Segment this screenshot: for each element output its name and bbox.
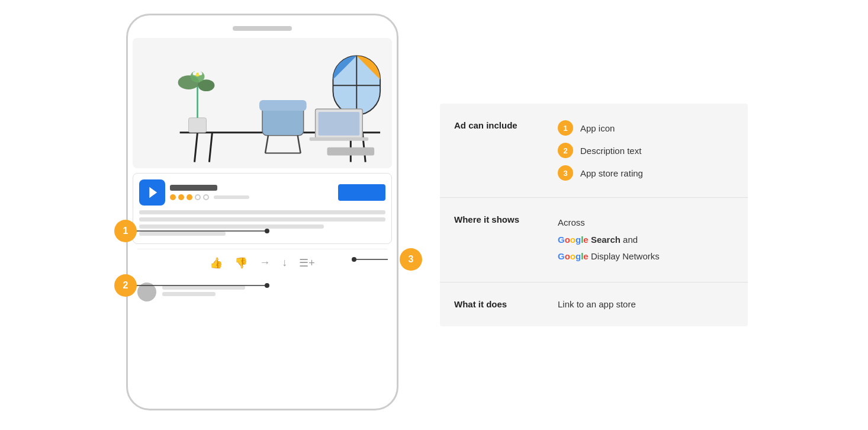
thumbs-up-icon[interactable]: 👍 [210,256,223,269]
search-text: Search [591,235,621,245]
svg-rect-26 [310,137,369,141]
rating-dot-4 [195,194,201,200]
google-g: G [558,235,565,245]
feature-item-3: 3 App store rating [558,165,734,181]
svg-rect-27 [327,147,375,156]
rating-dot-2 [178,194,184,200]
install-button[interactable] [338,184,385,201]
google-o2: o [570,235,576,245]
rating-dot-3 [187,194,192,200]
feature-item-1: 1 App icon [558,120,734,136]
google-e2: e [583,251,588,261]
svg-marker-28 [149,187,157,198]
and-text: and [623,235,638,245]
google-g3: G [558,251,565,261]
rating-dot-1 [170,194,176,200]
callout-2: 2 [114,274,137,297]
ad-rating-row [170,194,333,200]
phone-wrapper: 👍 👎 → ↓ ☰+ 1 2 3 [120,14,404,416]
svg-rect-25 [319,112,360,136]
google-o4: o [570,251,576,261]
across-text: Across [558,214,734,232]
ad-title-bar [170,185,217,191]
download-icon[interactable]: ↓ [282,256,287,269]
illustration-area [133,38,392,168]
rating-dot-5 [203,194,209,200]
ad-card [133,173,392,244]
google-brand-search: Google [558,235,591,245]
google-o3: o [565,251,570,261]
feature-text-3: App store rating [580,168,643,178]
ad-card-top [139,179,385,206]
forward-icon[interactable]: → [259,256,270,269]
thumbs-down-icon[interactable]: 👎 [234,256,247,269]
app-icon [139,179,165,206]
ad-can-include-label: Ad can include [454,120,558,130]
where-it-shows-content: Across Google Search and Google Display … [558,214,734,265]
where-it-shows-label: Where it shows [454,214,558,224]
callout-3: 3 [400,248,422,271]
google-o1: o [565,235,570,245]
callout-1: 1 [114,220,137,242]
what-it-does-text: Link to an app store [558,299,636,309]
phone-notch [233,26,292,31]
comment-line-1 [162,285,245,290]
ad-can-include-row: Ad can include 1 App icon 2 Description … [440,104,748,198]
svg-point-23 [193,72,197,75]
svg-rect-14 [189,118,207,133]
desc-line-3 [139,224,324,229]
what-it-does-row: What it does Link to an app store [440,283,748,326]
comment-lines [162,285,387,299]
google-g2: g [576,235,581,245]
svg-rect-6 [259,100,307,111]
avatar [137,283,156,301]
feature-number-1: 1 [558,120,573,136]
main-container: 👍 👎 → ↓ ☰+ 1 2 3 [0,0,868,430]
phone-actions: 👍 👎 → ↓ ☰+ [137,249,387,277]
display-networks-text: Display Networks [591,251,660,261]
rating-line [214,195,249,199]
comment-line-2 [162,292,216,296]
add-list-icon[interactable]: ☰+ [299,256,315,269]
desk-illustration [133,38,392,168]
phone-content: 👍 👎 → ↓ ☰+ [128,38,397,307]
feature-number-3: 3 [558,165,573,181]
google-g4: g [576,251,581,261]
google-display-text: Google Display Networks [558,248,734,265]
phone-frame: 👍 👎 → ↓ ☰+ [126,14,398,410]
feature-number-2: 2 [558,143,573,158]
what-it-does-label: What it does [454,299,558,309]
ad-can-include-content: 1 App icon 2 Description text 3 App stor… [558,120,734,181]
desc-line-2 [139,217,385,222]
ad-description-lines [139,210,385,236]
feature-text-2: Description text [580,146,641,156]
desc-line-4 [139,232,226,236]
what-it-does-content: Link to an app store [558,299,734,310]
info-panel: Ad can include 1 App icon 2 Description … [440,104,748,326]
google-brand-display: Google [558,251,591,261]
svg-point-22 [198,72,202,75]
ad-text-area [170,185,333,200]
google-search-text: Google Search and [558,232,734,249]
feature-text-1: App icon [580,123,615,133]
desc-line-1 [139,210,385,214]
google-e: e [583,235,588,245]
feature-item-2: 2 Description text [558,143,734,158]
comment-area [133,277,392,307]
where-it-shows-row: Where it shows Across Google Search and … [440,198,748,283]
